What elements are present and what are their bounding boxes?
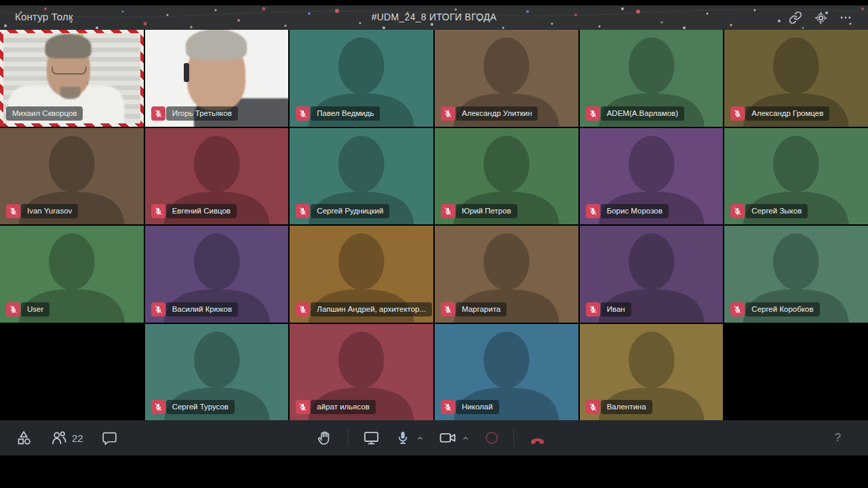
participant-name: User (21, 302, 50, 317)
participant-name: Александр Улиткин (456, 106, 538, 121)
view-layout-button[interactable] (15, 429, 33, 447)
more-options-icon[interactable] (838, 10, 853, 25)
mic-muted-badge (6, 302, 20, 317)
participant-tile[interactable]: Маргарита (435, 226, 578, 323)
participant-label: Александр Громцев (730, 106, 829, 121)
participant-tile[interactable]: Иван (580, 226, 724, 323)
hangup-button[interactable] (528, 428, 547, 448)
share-link-icon[interactable] (788, 10, 803, 25)
participant-label: Сергей Коробков (730, 302, 819, 317)
participant-label: Маргарита (441, 302, 507, 317)
mic-muted-icon (443, 402, 453, 412)
participant-tile[interactable]: User (0, 226, 144, 323)
mic-muted-badge (296, 106, 310, 121)
mic-muted-icon (588, 304, 598, 314)
participant-tile[interactable]: Юрий Петров (435, 128, 578, 225)
participant-name: Александр Громцев (745, 106, 829, 121)
participant-name: Василий Крюков (166, 302, 238, 317)
record-button[interactable] (484, 430, 500, 446)
participant-label: Сергей Турусов (151, 400, 235, 414)
participant-label: User (6, 302, 50, 317)
mic-muted-icon (298, 304, 308, 314)
mic-menu-chevron[interactable] (416, 434, 425, 443)
mic-muted-icon (443, 206, 453, 216)
help-button[interactable]: ? (835, 432, 841, 444)
participant-label: Николай (441, 400, 499, 414)
participant-name: Павел Ведмидь (311, 106, 380, 121)
participant-name: айрат ильясов (311, 400, 376, 414)
settings-icon[interactable] (813, 10, 828, 25)
participant-name: Иван (601, 302, 631, 317)
participant-label: Валентина (586, 400, 652, 414)
participant-label: Александр Улиткин (441, 106, 538, 121)
mic-muted-badge (151, 302, 165, 317)
participant-tile[interactable]: Сергей Турусов (145, 324, 289, 421)
participant-label: ADEM(А.Варламов) (586, 106, 684, 121)
mic-muted-icon (443, 304, 453, 314)
top-bar: Контур Толк #UDM_24_8 ИТОГИ ВГОДА (0, 5, 868, 30)
participant-name: Валентина (601, 400, 652, 414)
participant-name: Юрий Петров (456, 204, 517, 218)
participant-label: Евгений Сивцов (151, 204, 237, 218)
mic-muted-icon (298, 108, 308, 119)
participant-name: Сергей Рудницкий (311, 204, 389, 218)
camera-menu-chevron[interactable] (461, 434, 470, 443)
participants-count: 22 (72, 432, 83, 444)
participant-tile[interactable]: Лапшин Андрей, архитектор... (290, 226, 433, 323)
participant-label: Василий Крюков (151, 302, 238, 317)
participant-tile[interactable]: Борис Морозов (580, 128, 724, 225)
participant-label: Лапшин Андрей, архитектор... (296, 302, 432, 317)
mic-muted-badge (151, 204, 165, 218)
mic-muted-badge (730, 106, 745, 121)
participant-label: Павел Ведмидь (296, 106, 380, 121)
participant-name: Евгений Сивцов (166, 204, 237, 218)
participant-tile[interactable]: Павел Ведмидь (290, 30, 433, 127)
participant-label: Иван (586, 302, 631, 317)
camera-button[interactable] (438, 428, 470, 447)
participant-tile[interactable]: Сергей Коробков (724, 226, 868, 323)
mic-muted-icon (153, 402, 163, 412)
share-screen-button[interactable] (362, 429, 380, 447)
participant-name: Михаил Скворцов (6, 106, 83, 121)
mic-muted-icon (298, 206, 308, 216)
participant-tile[interactable]: Игорь Третьяков (145, 30, 289, 127)
participant-label: Сергей Зыков (730, 204, 808, 218)
participants-button[interactable]: 22 (50, 429, 83, 447)
participant-tile[interactable]: Валентина (580, 324, 724, 421)
participant-tile[interactable]: Александр Громцев (724, 30, 868, 127)
mic-muted-badge (586, 106, 600, 121)
participant-tile[interactable]: Василий Крюков (145, 226, 289, 323)
mic-muted-badge (441, 302, 455, 317)
participant-tile[interactable]: Ivan Yurasov (0, 128, 144, 225)
participant-name: Ivan Yurasov (21, 204, 78, 218)
participant-tile[interactable]: Сергей Рудницкий (290, 128, 433, 225)
participant-tile[interactable]: айрат ильясов (290, 324, 433, 421)
mic-muted-badge (151, 400, 165, 414)
participant-tile[interactable]: Михаил Скворцов (0, 30, 144, 127)
participant-tile[interactable]: Сергей Зыков (724, 128, 868, 225)
mic-muted-badge (151, 106, 165, 121)
participant-name: Лапшин Андрей, архитектор... (311, 302, 432, 317)
mic-muted-badge (441, 400, 455, 414)
mic-muted-icon (153, 304, 163, 314)
participant-tile[interactable]: Александр Улиткин (435, 30, 578, 127)
participant-tile[interactable]: Николай (435, 324, 578, 421)
bottom-toolbar: 22 (0, 420, 868, 455)
participant-tile[interactable]: ADEM(А.Варламов) (580, 30, 724, 127)
toolbar-divider (348, 430, 349, 446)
participant-name: Сергей Турусов (166, 400, 235, 414)
raise-hand-button[interactable] (316, 429, 334, 447)
mic-muted-icon (588, 206, 598, 216)
chat-button[interactable] (101, 430, 118, 447)
participant-grid: Михаил СкворцовИгорь ТретьяковПавел Ведм… (0, 30, 868, 420)
mic-button[interactable] (394, 429, 425, 447)
participant-tile[interactable]: Евгений Сивцов (145, 128, 289, 225)
participant-name: Сергей Коробков (745, 302, 819, 317)
participant-label: Сергей Рудницкий (296, 204, 389, 218)
participant-name: Маргарита (456, 302, 507, 317)
participant-label: Юрий Петров (441, 204, 517, 218)
participant-label: Игорь Третьяков (151, 106, 238, 121)
mic-muted-badge (730, 204, 745, 218)
mic-muted-badge (586, 204, 600, 218)
mic-muted-badge (586, 400, 600, 414)
